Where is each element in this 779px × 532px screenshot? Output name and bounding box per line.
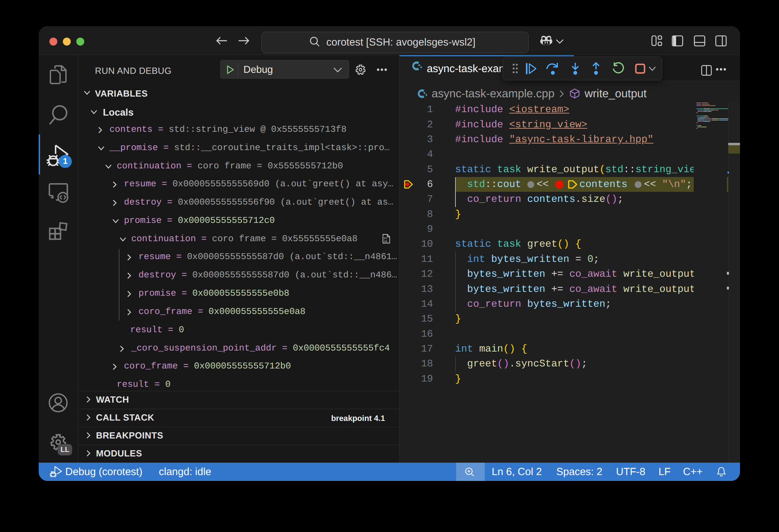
svg-text:01: 01 xyxy=(384,237,387,240)
svg-text:10: 10 xyxy=(384,240,387,243)
